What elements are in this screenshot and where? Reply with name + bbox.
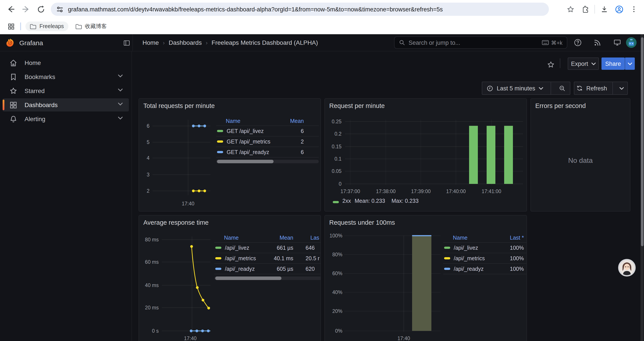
bookmark-star-button[interactable]: [563, 2, 578, 17]
series-name[interactable]: GET /api/_livez: [227, 128, 319, 134]
breadcrumb-separator: ›: [163, 39, 165, 46]
legend-col-name[interactable]: Name: [453, 235, 468, 241]
chevron-down-icon: [591, 62, 596, 65]
svg-text:0 s: 0 s: [152, 328, 159, 334]
bookmark-item[interactable]: 收藏博客: [71, 21, 111, 32]
display-button[interactable]: [612, 38, 622, 47]
share-menu-button[interactable]: [625, 58, 635, 70]
reload-button[interactable]: [33, 2, 48, 17]
refresh-interval-button[interactable]: [616, 87, 627, 90]
favorite-dashboard-button[interactable]: [545, 59, 556, 70]
panel-errors-per-second: Errors per second No data: [530, 98, 630, 212]
svg-text:5: 5: [147, 139, 150, 145]
floating-assistant-avatar[interactable]: [618, 259, 636, 276]
site-settings-icon[interactable]: [56, 6, 64, 13]
news-button[interactable]: [593, 38, 602, 47]
bookmark-item[interactable]: Freeleaps: [26, 22, 68, 31]
svg-text:0.2: 0.2: [334, 131, 342, 137]
user-avatar[interactable]: [626, 37, 636, 48]
extensions-button[interactable]: [578, 2, 593, 17]
series-mean: Mean: 0.233: [355, 198, 385, 204]
panel-title[interactable]: Errors per second: [531, 99, 630, 109]
browser-menu-button[interactable]: [626, 2, 641, 17]
legend-scrollbar-thumb[interactable]: [217, 160, 273, 163]
legend-col-last[interactable]: Las: [310, 235, 319, 241]
series-name[interactable]: GET /api/_metrics: [227, 138, 319, 145]
series-name[interactable]: 2xx: [342, 198, 351, 204]
grafana-brand[interactable]: Grafana: [5, 34, 43, 51]
series-last-value: 620: [306, 266, 315, 272]
svg-text:0: 0: [339, 181, 342, 187]
sidebar-item-bookmarks[interactable]: Bookmarks: [3, 70, 129, 83]
legend-col-name[interactable]: Name: [224, 235, 239, 241]
url-bar[interactable]: grafana.mathmast.com/d/deytv4rwavabkb/fr…: [51, 3, 549, 16]
profile-button[interactable]: [612, 2, 626, 17]
series-color-swatch: [217, 130, 223, 132]
refresh-button[interactable]: Refresh: [574, 85, 609, 92]
export-button[interactable]: Export: [568, 58, 599, 70]
chevron-down-icon: [539, 87, 543, 90]
svg-text:17:40: 17:40: [184, 335, 196, 341]
forward-icon: [22, 5, 30, 14]
svg-text:40 ms: 40 ms: [145, 282, 159, 288]
sidebar-item-starred[interactable]: Starred: [3, 84, 129, 97]
legend-scrollbar-thumb[interactable]: [215, 276, 282, 280]
share-button[interactable]: Share: [602, 58, 625, 70]
search-input[interactable]: Search or jump to... ⌘+k: [394, 37, 567, 49]
search-placeholder: Search or jump to...: [408, 39, 538, 46]
chevron-down-icon: [620, 87, 624, 90]
series-name[interactable]: GET /api/_readyz: [227, 149, 319, 155]
sidebar-item-home[interactable]: Home: [3, 56, 129, 69]
legend-row: GET /api/_livez6: [216, 126, 319, 137]
svg-text:2: 2: [147, 188, 150, 194]
series-value: 6: [301, 128, 304, 134]
help-button[interactable]: [573, 38, 582, 47]
legend-scrollbar[interactable]: [216, 160, 319, 163]
sidebar-toggle-button[interactable]: [122, 39, 131, 47]
toolbar-divider: [560, 58, 560, 68]
legend-scrollbar[interactable]: [214, 276, 321, 280]
forward-button[interactable]: [18, 2, 33, 17]
zoom-out-time-button[interactable]: [554, 85, 570, 92]
breadcrumb-item[interactable]: Dashboards: [168, 39, 202, 46]
star-icon: [566, 5, 574, 14]
svg-text:17:40: 17:40: [182, 201, 194, 206]
assistant-avatar-image: [620, 260, 634, 275]
toolbar-separator: [594, 5, 595, 14]
legend-col-name[interactable]: Name: [226, 118, 240, 124]
folder-icon: [30, 24, 36, 29]
page-scrollbar[interactable]: [640, 34, 644, 341]
panel-toggle-icon: [123, 40, 130, 47]
time-range-picker[interactable]: Last 5 minutes: [482, 85, 548, 92]
series-value: 605 µs: [277, 266, 293, 272]
chevron-down-icon[interactable]: [118, 102, 123, 106]
refresh-group: Refresh: [574, 82, 628, 95]
sidebar-item-label: Home: [24, 59, 41, 66]
legend-col-mean[interactable]: Mean: [290, 118, 304, 124]
sidebar-item-dashboards[interactable]: Dashboards: [3, 98, 129, 112]
legend-col-last[interactable]: Last *: [510, 235, 524, 241]
legend-row: /api/_metrics100%: [443, 253, 527, 264]
reload-icon: [36, 5, 45, 14]
sidebar-item-alerting[interactable]: Alerting: [3, 112, 129, 126]
legend-table: NameMeanLas/api/_livez661 µs646/api/_met…: [214, 233, 321, 280]
grafana-app: Grafana Home›Dashboards›Freeleaps Metric…: [0, 34, 644, 341]
sidebar-item-label: Starred: [24, 87, 45, 94]
header-divider: [132, 34, 133, 51]
legend-col-mean[interactable]: Mean: [280, 235, 293, 241]
series-color-swatch: [215, 268, 222, 270]
back-button[interactable]: [4, 2, 18, 17]
breadcrumb: Home›Dashboards›Freeleaps Metrics Dashbo…: [142, 34, 318, 51]
apps-grid-button[interactable]: [4, 19, 18, 34]
no-data-message: No data: [531, 157, 630, 165]
chevron-down-icon[interactable]: [118, 116, 123, 120]
breadcrumb-item[interactable]: Home: [142, 39, 159, 46]
downloads-button[interactable]: [597, 2, 612, 17]
grafana-header: Grafana Home›Dashboards›Freeleaps Metric…: [0, 34, 644, 51]
series-value: 661 µs: [277, 245, 293, 251]
bookmarks-bar: Freeleaps收藏博客: [0, 19, 644, 34]
url-text[interactable]: grafana.mathmast.com/d/deytv4rwavabkb/fr…: [68, 6, 443, 13]
chevron-down-icon[interactable]: [118, 74, 123, 78]
chevron-down-icon[interactable]: [118, 88, 123, 92]
scrollbar-thumb[interactable]: [641, 37, 643, 246]
